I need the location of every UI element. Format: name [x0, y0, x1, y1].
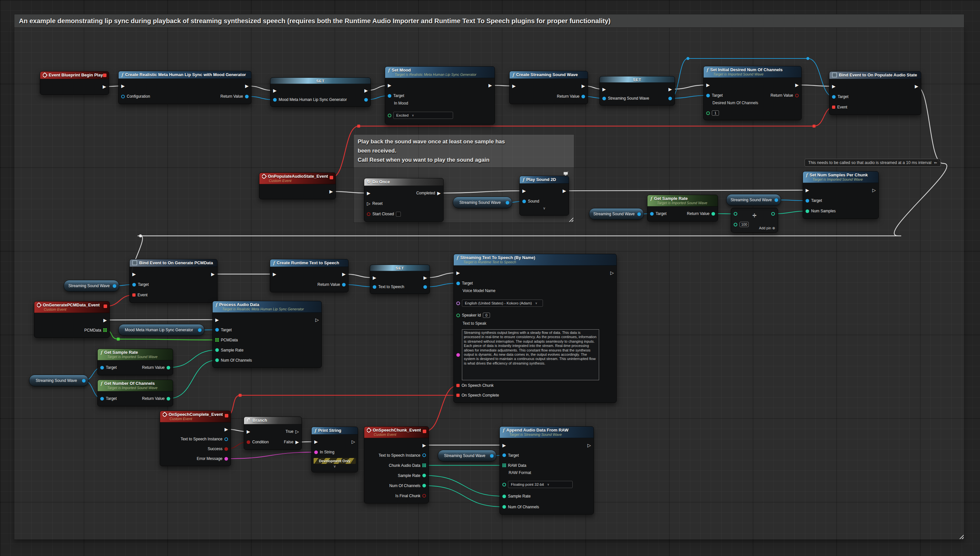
array-pin[interactable] — [215, 338, 219, 342]
exec-pin[interactable]: ▶ — [512, 84, 516, 88]
print-node[interactable]: ƒPrint String▶▷In StringDevelopment Only… — [311, 427, 358, 472]
exec-pin[interactable]: ▶ — [273, 88, 277, 93]
data-pin[interactable] — [273, 98, 277, 102]
node-header[interactable]: ƒProcess Audio DataTarget is Realistic M… — [213, 301, 321, 313]
delegate-pin[interactable] — [103, 73, 107, 77]
exec-pin[interactable]: ▶ — [915, 84, 918, 89]
set-init-ch-node[interactable]: ƒSet Initial Desired Num Of ChannelsTarg… — [703, 66, 802, 120]
data-pin[interactable] — [502, 483, 506, 486]
begin-play-node[interactable]: Event Blueprint Begin Play▶ — [40, 71, 109, 95]
delegate-pin[interactable] — [329, 176, 333, 179]
data-pin[interactable] — [215, 328, 219, 331]
variable-get-streaming-sound-wave[interactable]: Streaming Sound Wave — [453, 197, 512, 208]
exec-pin[interactable]: ▶ — [488, 83, 492, 87]
exec-pin[interactable]: ▶ — [806, 188, 809, 192]
data-pin[interactable] — [422, 474, 426, 477]
append-node[interactable]: ƒAppend Audio Data From RAWTarget is Str… — [499, 426, 594, 514]
set-num-node[interactable]: ƒSet Num Samples Per ChunkTarget is Impo… — [802, 171, 879, 219]
dropdown[interactable]: Floating point 32-bit∨ — [508, 481, 573, 488]
exec-pin[interactable]: ▶ — [562, 189, 566, 193]
play-2d-node[interactable]: ƒPlay Sound 2D▶▶Sound∨ — [520, 176, 569, 216]
node-header[interactable]: OnSpeechChunk_EventCustom Event — [364, 427, 429, 438]
do-once-node[interactable]: ↻Do Once▶Completed▶▷ResetStart Closed — [364, 178, 444, 222]
exec-pin[interactable]: ▶ — [215, 318, 219, 322]
data-pin[interactable] — [388, 94, 391, 98]
exec-pin[interactable]: ▶ — [795, 82, 799, 87]
reroute-node[interactable] — [357, 125, 360, 128]
node-header[interactable]: Bind Event to On Generate PCMData — [130, 259, 217, 267]
data-pin[interactable] — [373, 285, 376, 289]
exec-pin[interactable]: ▶ — [522, 189, 526, 193]
tts-node[interactable]: ƒStreaming Text To Speech (By Name)Targe… — [454, 254, 617, 403]
exec-pin[interactable]: ▶ — [832, 84, 836, 89]
data-pin[interactable] — [712, 212, 715, 216]
delegate-pin[interactable] — [132, 293, 136, 297]
reroute-node[interactable] — [239, 394, 242, 397]
data-pin[interactable] — [166, 366, 170, 370]
exec-pin[interactable]: ▶ — [121, 84, 125, 88]
exec-pin[interactable]: ▶ — [295, 440, 299, 444]
exec-pin[interactable]: ▶ — [211, 272, 215, 276]
exec-pin[interactable]: ▷ — [295, 429, 299, 434]
data-pin[interactable] — [314, 451, 318, 454]
divide-node[interactable]: ÷100Add pin ⊕ — [731, 208, 778, 233]
gsr1-node[interactable]: ƒGet Sample RateTarget is Imported Sound… — [97, 349, 173, 375]
reroute-node[interactable] — [807, 57, 809, 60]
exec-pin[interactable]: ▶ — [423, 275, 427, 280]
exec-pin[interactable]: ▶ — [247, 429, 250, 434]
exec-pin[interactable]: ▶ — [103, 84, 106, 89]
delegate-pin[interactable] — [225, 414, 228, 417]
variable-output-pin[interactable] — [775, 198, 778, 202]
exec-pin[interactable]: ▶ — [224, 427, 228, 432]
data-pin[interactable] — [502, 505, 506, 509]
on-chunk-node[interactable]: OnSpeechChunk_EventCustom Event▶Text to … — [364, 426, 429, 503]
on-sc-node[interactable]: OnSpeechComplete_EventCustom Event▶Text … — [160, 411, 231, 466]
wildcard-pin[interactable] — [771, 212, 775, 216]
data-pin[interactable] — [367, 212, 370, 216]
data-pin[interactable] — [100, 366, 104, 370]
node-header[interactable]: ƒGet Sample RateTarget is Imported Sound… — [98, 349, 173, 360]
data-pin[interactable] — [456, 314, 460, 317]
on-gen-node[interactable]: OnGeneratePCMData_EventCustom Event▶PCMD… — [34, 301, 110, 338]
dropdown[interactable]: English (United States) - Kokoro (Adam)∨ — [462, 299, 543, 307]
node-header[interactable]: OnSpeechComplete_EventCustom Event — [160, 411, 231, 422]
data-pin[interactable] — [215, 358, 219, 362]
delegate-pin[interactable] — [832, 105, 835, 109]
wildcard-pin[interactable] — [734, 223, 737, 226]
data-pin[interactable] — [423, 285, 427, 289]
data-pin[interactable] — [224, 457, 228, 461]
exec-pin[interactable]: ▶ — [132, 272, 136, 276]
node-header[interactable]: ƒSet Num Samples Per ChunkTarget is Impo… — [803, 171, 878, 183]
data-pin[interactable] — [456, 302, 460, 305]
exec-pin[interactable]: ▶ — [668, 87, 672, 92]
data-pin[interactable] — [650, 212, 654, 216]
variable-output-pin[interactable] — [490, 454, 494, 458]
gsr2-node[interactable]: ƒGet Sample RateTarget is Imported Sound… — [647, 195, 718, 221]
gnc-node[interactable]: ƒGet Number Of ChannelsTarget is Importe… — [97, 380, 173, 406]
data-pin[interactable] — [121, 95, 125, 98]
data-pin[interactable] — [132, 283, 136, 286]
exec-pin[interactable]: ▷ — [587, 443, 591, 448]
data-pin[interactable] — [100, 397, 104, 401]
create-rtts-node[interactable]: ƒCreate Runtime Text to Speech▶▶Return V… — [270, 259, 349, 293]
data-pin[interactable] — [342, 283, 346, 286]
variable-output-pin[interactable] — [637, 212, 641, 216]
set-mood-gen-node[interactable]: SET▶▶Mood Meta Human Lip Sync Generator — [270, 78, 371, 107]
data-pin[interactable] — [224, 437, 228, 441]
bind-pcm-node[interactable]: Bind Event to On Generate PCMData▶▶Targe… — [129, 259, 218, 303]
reroute-node[interactable] — [117, 338, 120, 341]
add-pin-button[interactable]: Add pin ⊕ — [759, 226, 775, 230]
variable-get-streaming-sound-wave[interactable]: Streaming Sound Wave — [726, 194, 781, 206]
array-pin[interactable] — [502, 464, 506, 467]
wildcard-pin[interactable] — [734, 212, 737, 216]
blueprint-graph-canvas[interactable]: An example demonstrating lip sync during… — [0, 0, 980, 556]
set-ssw-node[interactable]: SET▶▶Streaming Sound Wave — [599, 76, 675, 105]
variable-get-streaming-sound-wave[interactable]: Streaming Sound Wave — [438, 450, 497, 462]
data-pin[interactable] — [602, 97, 606, 100]
exec-pin[interactable]: ▶ — [329, 189, 333, 194]
data-pin[interactable] — [422, 494, 426, 498]
data-pin[interactable] — [422, 453, 426, 457]
expand-chevron-icon[interactable]: ∨ — [520, 207, 569, 213]
delegate-pin[interactable] — [423, 430, 426, 433]
node-header[interactable]: ƒPrint String — [312, 427, 358, 435]
